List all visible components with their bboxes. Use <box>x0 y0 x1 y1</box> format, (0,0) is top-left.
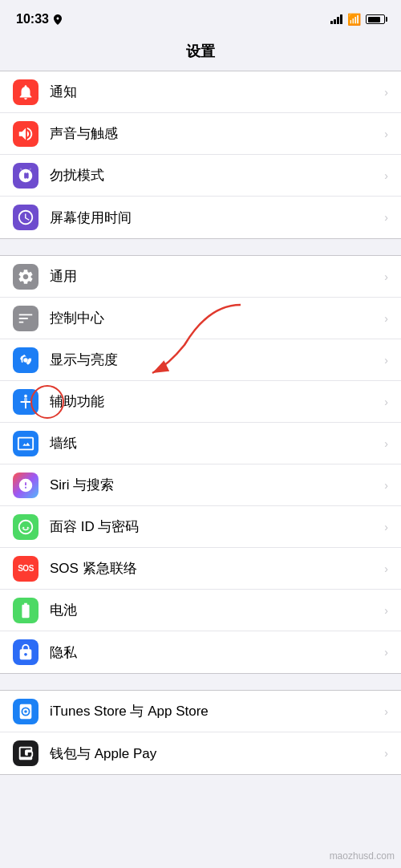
signal-bars <box>330 14 342 24</box>
row-faceid[interactable]: 面容 ID 与密码 › <box>0 506 401 548</box>
row-wallet[interactable]: 钱包与 Apple Pay › <box>0 732 401 774</box>
accessibility-chevron: › <box>384 395 388 408</box>
row-control[interactable]: 控制中心 › <box>0 298 401 339</box>
dnd-icon <box>13 163 38 189</box>
battery-icon <box>366 14 385 24</box>
display-label: 显示与亮度 <box>50 351 378 369</box>
status-bar: 10:33 📶 <box>0 0 401 35</box>
status-icons: 📶 <box>330 13 385 26</box>
settings-container: 通知 › 声音与触感 › 勿扰模式 › 屏幕使用时间 › <box>0 71 401 775</box>
display-chevron: › <box>384 354 388 367</box>
dnd-label: 勿扰模式 <box>50 166 378 185</box>
watermark: maozhusd.com <box>330 850 395 862</box>
row-dnd[interactable]: 勿扰模式 › <box>0 155 401 197</box>
sos-label: SOS 紧急联络 <box>50 559 378 578</box>
sound-icon <box>13 121 38 147</box>
privacy-chevron: › <box>384 646 388 659</box>
notification-icon <box>13 79 38 105</box>
sound-chevron: › <box>384 128 388 140</box>
itunes-label: iTunes Store 与 App Store <box>50 702 378 720</box>
faceid-label: 面容 ID 与密码 <box>50 517 378 536</box>
row-itunes[interactable]: iTunes Store 与 App Store › <box>0 691 401 732</box>
wifi-icon: 📶 <box>347 13 361 26</box>
row-privacy[interactable]: 隐私 › <box>0 631 401 673</box>
row-sos[interactable]: SOS SOS 紧急联络 › <box>0 548 401 590</box>
row-wallpaper[interactable]: 墙纸 › <box>0 423 401 464</box>
wallet-icon <box>13 740 38 766</box>
wallet-label: 钱包与 Apple Pay <box>50 744 378 763</box>
settings-group-2: 通用 › 控制中心 › 显示与亮度 › 辅助功能 › <box>0 255 401 674</box>
accessibility-icon <box>13 389 38 415</box>
wallpaper-label: 墙纸 <box>50 434 378 452</box>
screentime-label: 屏幕使用时间 <box>50 209 378 227</box>
faceid-icon <box>13 514 38 540</box>
siri-icon <box>13 473 38 498</box>
battery-chevron: › <box>384 604 388 617</box>
row-display[interactable]: 显示与亮度 › <box>0 339 401 381</box>
settings-group-3: iTunes Store 与 App Store › 钱包与 Apple Pay… <box>0 690 401 775</box>
display-icon <box>13 347 38 373</box>
battery-label: 电池 <box>50 601 378 619</box>
itunes-icon <box>13 699 38 724</box>
location-icon <box>54 14 62 25</box>
faceid-chevron: › <box>384 521 388 533</box>
general-label: 通用 <box>50 267 378 286</box>
accessibility-label: 辅助功能 <box>50 392 378 411</box>
dnd-chevron: › <box>384 169 388 182</box>
wallet-chevron: › <box>384 747 388 760</box>
row-accessibility[interactable]: 辅助功能 › <box>0 381 401 423</box>
wallpaper-icon <box>13 431 38 456</box>
sos-chevron: › <box>384 562 388 575</box>
status-time: 10:33 <box>16 12 49 26</box>
siri-chevron: › <box>384 479 388 492</box>
settings-group-1: 通知 › 声音与触感 › 勿扰模式 › 屏幕使用时间 › <box>0 71 401 239</box>
svg-point-1 <box>24 394 27 397</box>
sos-icon: SOS <box>13 556 38 582</box>
control-chevron: › <box>384 312 388 325</box>
general-chevron: › <box>384 270 388 283</box>
itunes-chevron: › <box>384 705 388 718</box>
control-label: 控制中心 <box>50 309 378 327</box>
row-siri[interactable]: Siri 与搜索 › <box>0 464 401 506</box>
privacy-icon <box>13 639 38 665</box>
sound-label: 声音与触感 <box>50 124 378 143</box>
siri-label: Siri 与搜索 <box>50 476 378 494</box>
privacy-label: 隐私 <box>50 643 378 662</box>
row-screentime[interactable]: 屏幕使用时间 › <box>0 197 401 238</box>
row-sound[interactable]: 声音与触感 › <box>0 113 401 155</box>
row-notification[interactable]: 通知 › <box>0 71 401 113</box>
page-title: 设置 <box>0 35 401 71</box>
row-general[interactable]: 通用 › <box>0 256 401 298</box>
notification-label: 通知 <box>50 83 378 101</box>
control-icon <box>13 306 38 331</box>
general-icon <box>13 264 38 290</box>
wallpaper-chevron: › <box>384 437 388 450</box>
screentime-icon <box>13 205 38 230</box>
svg-point-0 <box>23 358 28 363</box>
row-battery[interactable]: 电池 › <box>0 590 401 631</box>
screentime-chevron: › <box>384 211 388 224</box>
notification-chevron: › <box>384 86 388 99</box>
battery-icon-setting <box>13 598 38 623</box>
